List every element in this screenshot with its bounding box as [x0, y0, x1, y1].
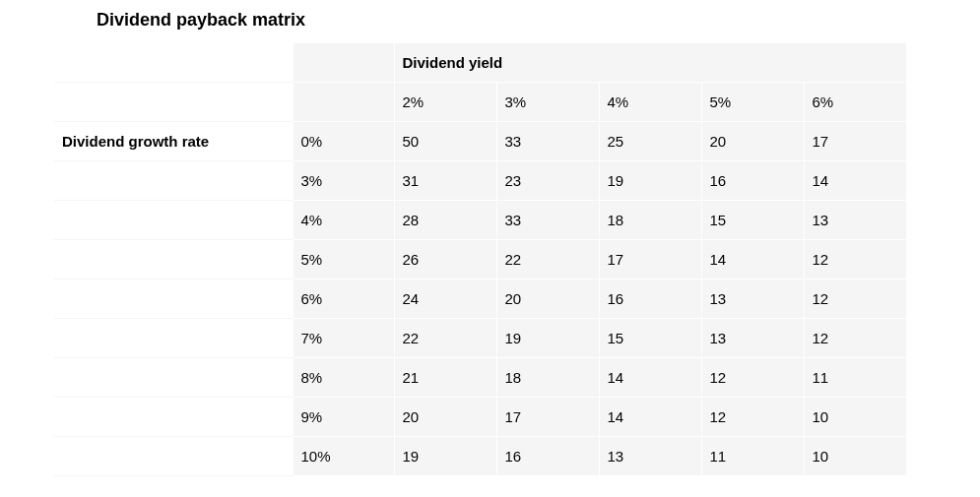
yield-header: 5% [701, 83, 804, 122]
table-row: 5% 26 22 17 14 12 [54, 240, 906, 280]
blank-cell [293, 83, 394, 122]
value-cell: 16 [496, 437, 599, 476]
value-cell: 22 [496, 240, 599, 280]
col-header: Dividend yield [394, 43, 906, 83]
growth-rate-cell: 0% [293, 122, 394, 161]
value-cell: 18 [496, 358, 599, 398]
value-cell: 17 [496, 398, 599, 437]
value-cell: 13 [701, 319, 804, 358]
value-cell: 18 [599, 201, 701, 240]
blank-cell [293, 43, 394, 83]
value-cell: 28 [394, 201, 496, 240]
blank-cell [54, 437, 293, 476]
blank-cell [54, 240, 293, 280]
value-cell: 19 [394, 437, 496, 476]
table-row: 3% 31 23 19 16 14 [54, 161, 906, 201]
blank-cell [54, 398, 293, 437]
value-cell: 15 [701, 201, 804, 240]
value-cell: 17 [599, 240, 701, 280]
value-cell: 12 [701, 358, 804, 398]
row-header: Dividend growth rate [54, 122, 293, 161]
blank-cell [54, 201, 293, 240]
growth-rate-cell: 5% [293, 240, 394, 280]
header-row-yields: 2% 3% 4% 5% 6% [54, 83, 906, 122]
yield-header: 3% [496, 83, 599, 122]
value-cell: 24 [394, 280, 496, 319]
value-cell: 22 [394, 319, 496, 358]
value-cell: 25 [599, 122, 701, 161]
value-cell: 13 [701, 280, 804, 319]
yield-header: 2% [394, 83, 496, 122]
value-cell: 26 [394, 240, 496, 280]
value-cell: 20 [701, 122, 804, 161]
value-cell: 11 [804, 358, 906, 398]
value-cell: 14 [701, 240, 804, 280]
yield-header: 6% [804, 83, 906, 122]
value-cell: 16 [701, 161, 804, 201]
payback-matrix-container: Dividend payback matrix Dividend yield 2… [0, 0, 980, 496]
value-cell: 19 [599, 161, 701, 201]
value-cell: 21 [394, 358, 496, 398]
growth-rate-cell: 6% [293, 280, 394, 319]
table-row: 10% 19 16 13 11 10 [54, 437, 906, 476]
value-cell: 14 [599, 358, 701, 398]
value-cell: 20 [496, 280, 599, 319]
value-cell: 12 [804, 319, 906, 358]
value-cell: 33 [496, 122, 599, 161]
page-title: Dividend payback matrix [0, 10, 980, 42]
value-cell: 12 [804, 280, 906, 319]
blank-cell [54, 161, 293, 201]
blank-cell [54, 358, 293, 398]
value-cell: 19 [496, 319, 599, 358]
growth-rate-cell: 3% [293, 161, 394, 201]
payback-matrix-table: Dividend yield 2% 3% 4% 5% 6% Dividend g… [54, 42, 907, 476]
value-cell: 31 [394, 161, 496, 201]
growth-rate-cell: 7% [293, 319, 394, 358]
value-cell: 23 [496, 161, 599, 201]
growth-rate-cell: 4% [293, 201, 394, 240]
value-cell: 14 [804, 161, 906, 201]
growth-rate-cell: 10% [293, 437, 394, 476]
value-cell: 12 [701, 398, 804, 437]
value-cell: 13 [599, 437, 701, 476]
table-row: 8% 21 18 14 12 11 [54, 358, 906, 398]
value-cell: 14 [599, 398, 701, 437]
value-cell: 11 [701, 437, 804, 476]
growth-rate-cell: 9% [293, 398, 394, 437]
value-cell: 33 [496, 201, 599, 240]
blank-cell [54, 280, 293, 319]
value-cell: 20 [394, 398, 496, 437]
value-cell: 10 [804, 437, 906, 476]
table-row: 6% 24 20 16 13 12 [54, 280, 906, 319]
value-cell: 12 [804, 240, 906, 280]
blank-cell [54, 83, 293, 122]
table-row: 7% 22 19 15 13 12 [54, 319, 906, 358]
blank-cell [54, 319, 293, 358]
blank-cell [54, 43, 293, 83]
header-row-top: Dividend yield [54, 43, 906, 83]
value-cell: 10 [804, 398, 906, 437]
table-row: Dividend growth rate 0% 50 33 25 20 17 [54, 122, 906, 161]
value-cell: 16 [599, 280, 701, 319]
growth-rate-cell: 8% [293, 358, 394, 398]
table-row: 9% 20 17 14 12 10 [54, 398, 906, 437]
value-cell: 50 [394, 122, 496, 161]
yield-header: 4% [599, 83, 701, 122]
value-cell: 17 [804, 122, 906, 161]
value-cell: 15 [599, 319, 701, 358]
value-cell: 13 [804, 201, 906, 240]
table-row: 4% 28 33 18 15 13 [54, 201, 906, 240]
